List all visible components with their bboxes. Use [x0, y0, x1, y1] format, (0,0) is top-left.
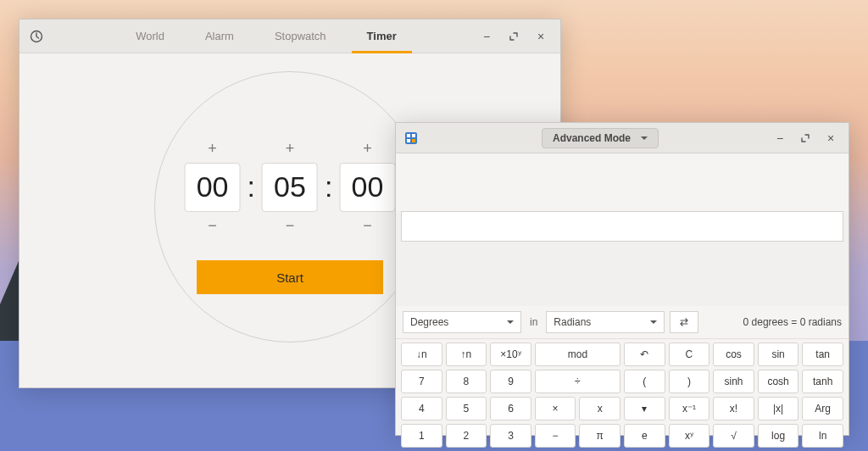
colon: :	[323, 170, 334, 203]
svg-rect-5	[412, 139, 415, 142]
hours-minus[interactable]: −	[208, 217, 217, 235]
to-unit-label: Radians	[554, 316, 591, 328]
key-7[interactable]: 7	[401, 370, 442, 393]
key-inverse[interactable]: x⁻¹	[669, 397, 710, 420]
calculator-window: Advanced Mode − × Degrees in Radians 0 d…	[395, 122, 849, 436]
calculator-app-icon	[401, 131, 428, 145]
calc-entry[interactable]	[401, 211, 843, 242]
tab-timer[interactable]: Timer	[348, 19, 415, 53]
key-tanh[interactable]: tanh	[802, 370, 843, 393]
key-sin[interactable]: sin	[758, 342, 799, 366]
calc-display	[396, 211, 849, 306]
calc-keypad: ↓n ↑n ×10ʸ mod ↶ C cos sin tan 7 8 9 ÷ (…	[396, 339, 849, 451]
calculator-window-controls: − ×	[772, 131, 843, 146]
calc-maximize-button[interactable]	[798, 131, 813, 146]
key-rparen[interactable]: )	[669, 370, 710, 393]
swap-units-button[interactable]	[670, 311, 698, 333]
key-e[interactable]: e	[624, 424, 665, 448]
seconds-plus[interactable]: +	[363, 140, 372, 158]
minutes-plus[interactable]: +	[286, 140, 295, 158]
calc-minimize-button[interactable]: −	[772, 131, 787, 146]
key-8[interactable]: 8	[446, 370, 487, 393]
hours-plus[interactable]: +	[208, 140, 217, 158]
key-abs[interactable]: |x|	[758, 397, 799, 420]
hours-column: + 00 −	[185, 140, 241, 235]
seconds-minus[interactable]: −	[363, 217, 372, 235]
key-shift-down[interactable]: ↓n	[401, 342, 442, 366]
key-multiply[interactable]: ×	[535, 397, 576, 420]
key-var-x[interactable]: x	[579, 397, 620, 420]
key-4[interactable]: 4	[401, 397, 442, 420]
hours-value[interactable]: 00	[185, 163, 241, 212]
key-mod[interactable]: mod	[535, 342, 620, 366]
key-tan[interactable]: tan	[802, 342, 843, 366]
from-unit-label: Degrees	[410, 316, 448, 328]
minimize-button[interactable]: −	[479, 29, 494, 44]
key-times-ten-y[interactable]: ×10ʸ	[490, 342, 531, 366]
start-button[interactable]: Start	[197, 260, 383, 294]
calculator-titlebar: Advanced Mode − ×	[396, 123, 849, 153]
mode-label: Advanced Mode	[553, 132, 631, 144]
key-sinh[interactable]: sinh	[713, 370, 754, 393]
key-sqrt[interactable]: √	[713, 424, 754, 448]
tab-world[interactable]: World	[117, 19, 183, 53]
key-divide[interactable]: ÷	[535, 370, 620, 393]
key-minus[interactable]: −	[535, 424, 576, 448]
from-unit-select[interactable]: Degrees	[403, 311, 521, 333]
key-2[interactable]: 2	[446, 424, 487, 448]
calc-close-button[interactable]: ×	[823, 131, 838, 146]
minutes-minus[interactable]: −	[286, 217, 295, 235]
key-shift-up[interactable]: ↑n	[446, 342, 487, 366]
key-9[interactable]: 9	[490, 370, 531, 393]
clock-app-icon	[19, 30, 53, 43]
key-undo[interactable]: ↶	[624, 342, 665, 366]
clocks-window-controls: − ×	[479, 29, 560, 44]
svg-rect-2	[407, 134, 410, 137]
tab-alarm[interactable]: Alarm	[186, 19, 253, 53]
clocks-tabs: World Alarm Stopwatch Timer	[53, 19, 479, 53]
tab-stopwatch[interactable]: Stopwatch	[256, 19, 345, 53]
key-arg[interactable]: Arg	[802, 397, 843, 420]
unit-conversion-row: Degrees in Radians 0 degrees = 0 radians	[396, 306, 849, 339]
unit-in-label: in	[526, 316, 541, 328]
svg-rect-4	[407, 139, 410, 142]
key-1[interactable]: 1	[401, 424, 442, 448]
maximize-button[interactable]	[506, 29, 521, 44]
key-pi[interactable]: π	[579, 424, 620, 448]
svg-rect-3	[412, 134, 415, 137]
seconds-value[interactable]: 00	[339, 163, 395, 212]
key-power[interactable]: xʸ	[669, 424, 710, 448]
key-3[interactable]: 3	[490, 424, 531, 448]
to-unit-select[interactable]: Radians	[546, 311, 665, 333]
timer-spinners: + 00 − : + 05 − : + 00 −	[185, 140, 396, 235]
key-clear[interactable]: C	[669, 342, 710, 366]
mode-selector[interactable]: Advanced Mode	[542, 128, 659, 148]
unit-result: 0 degrees = 0 radians	[704, 316, 842, 328]
key-factorial[interactable]: x!	[713, 397, 754, 420]
key-cos[interactable]: cos	[713, 342, 754, 366]
key-6[interactable]: 6	[490, 397, 531, 420]
minutes-value[interactable]: 05	[262, 163, 318, 212]
key-ln[interactable]: ln	[802, 424, 843, 448]
key-5[interactable]: 5	[446, 397, 487, 420]
key-lparen[interactable]: (	[624, 370, 665, 393]
colon: :	[246, 170, 257, 203]
key-log[interactable]: log	[758, 424, 799, 448]
key-cosh[interactable]: cosh	[758, 370, 799, 393]
minutes-column: + 05 −	[262, 140, 318, 235]
key-var-menu[interactable]: ▾	[624, 397, 665, 420]
clocks-titlebar: World Alarm Stopwatch Timer − ×	[19, 19, 560, 53]
seconds-column: + 00 −	[339, 140, 395, 235]
close-button[interactable]: ×	[533, 29, 548, 44]
